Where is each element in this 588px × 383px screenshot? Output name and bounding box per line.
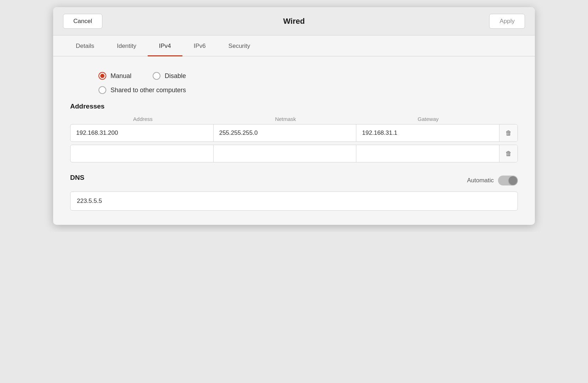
trash-icon-2: 🗑 bbox=[505, 150, 512, 157]
manual-radio-circle bbox=[98, 72, 106, 80]
tab-identity[interactable]: Identity bbox=[106, 35, 148, 56]
toggle-knob bbox=[509, 176, 517, 185]
col-header-gateway: Gateway bbox=[357, 116, 499, 122]
window-title: Wired bbox=[283, 17, 305, 26]
address-input-2[interactable] bbox=[70, 145, 214, 162]
method-manual-label: Manual bbox=[111, 72, 131, 80]
dns-automatic-toggle[interactable] bbox=[498, 176, 518, 185]
netmask-input-1[interactable] bbox=[214, 124, 357, 141]
delete-row-2-button[interactable]: 🗑 bbox=[499, 145, 518, 162]
addresses-section: Addresses Address Netmask Gateway 🗑 bbox=[70, 102, 518, 162]
tab-security[interactable]: Security bbox=[217, 35, 261, 56]
address-row-1: 🗑 bbox=[70, 124, 518, 142]
method-shared-option[interactable]: Shared to other computers bbox=[98, 86, 186, 94]
dns-title: DNS bbox=[70, 174, 84, 182]
method-disable-option[interactable]: Disable bbox=[153, 72, 186, 80]
dns-automatic-label: Automatic bbox=[467, 177, 494, 184]
method-disable-label: Disable bbox=[165, 72, 186, 80]
dns-automatic-control: Automatic bbox=[467, 176, 518, 185]
gateway-input-1[interactable] bbox=[356, 124, 499, 141]
address-input-1[interactable] bbox=[70, 124, 214, 141]
tab-details[interactable]: Details bbox=[64, 35, 106, 56]
col-header-netmask: Netmask bbox=[214, 116, 357, 122]
gateway-input-2[interactable] bbox=[356, 145, 499, 162]
method-radio-group: Manual Disable Shared to other computers bbox=[70, 68, 518, 102]
addresses-title: Addresses bbox=[70, 102, 518, 110]
apply-button[interactable]: Apply bbox=[489, 14, 525, 29]
method-manual-option[interactable]: Manual bbox=[98, 72, 131, 80]
ipv4-content: Manual Disable Shared to other computers… bbox=[53, 56, 535, 225]
dns-input[interactable] bbox=[70, 192, 518, 211]
address-row-2: 🗑 bbox=[70, 145, 518, 162]
dns-header: DNS Automatic bbox=[70, 174, 518, 187]
method-shared-label: Shared to other computers bbox=[111, 87, 186, 94]
cancel-button[interactable]: Cancel bbox=[63, 14, 102, 29]
netmask-input-2[interactable] bbox=[214, 145, 357, 162]
dns-section: DNS Automatic bbox=[70, 174, 518, 211]
tab-bar: Details Identity IPv4 IPv6 Security bbox=[53, 35, 535, 56]
col-header-address: Address bbox=[72, 116, 214, 122]
col-header-del bbox=[499, 116, 516, 122]
tab-ipv6[interactable]: IPv6 bbox=[182, 35, 217, 56]
column-headers: Address Netmask Gateway bbox=[70, 116, 518, 122]
delete-row-1-button[interactable]: 🗑 bbox=[499, 124, 518, 141]
disable-radio-circle bbox=[153, 72, 160, 80]
trash-icon-1: 🗑 bbox=[505, 129, 512, 137]
shared-radio-circle bbox=[98, 86, 106, 94]
tab-ipv4[interactable]: IPv4 bbox=[148, 35, 182, 56]
